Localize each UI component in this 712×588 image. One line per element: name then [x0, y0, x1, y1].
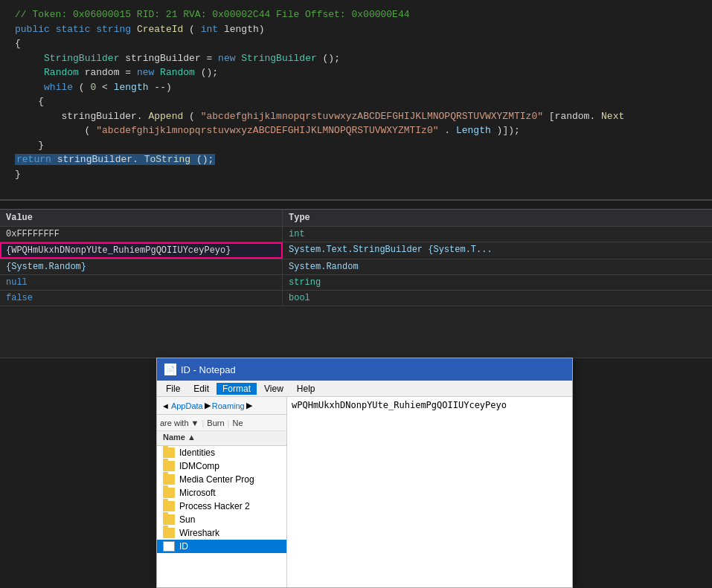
folder-icon — [163, 474, 175, 485]
share-with-btn[interactable]: are with ▼ — [160, 419, 199, 427]
folder-microsoft[interactable]: Microsoft — [157, 486, 286, 500]
watch-value-cell: null — [0, 275, 283, 290]
watch-value-cell-highlighted: {WPQHmUkxhDNonpYUte_RuhiemPgQOIIUYceyPey… — [0, 242, 283, 259]
breadcrumb-roaming[interactable]: Roaming — [212, 401, 245, 410]
folder-icon — [163, 528, 175, 538]
folder-label: Identities — [179, 448, 215, 458]
explorer-items: Identities IDMComp Media Center Prog Mic… — [157, 446, 286, 587]
breadcrumb-appdata[interactable]: AppData — [171, 401, 203, 410]
watch-type-cell: System.Random — [283, 259, 712, 274]
code-line-5: stringBuilder. Append ( "abcdefghijklmno… — [15, 109, 697, 124]
file-icon — [163, 541, 175, 552]
new-btn[interactable]: Ne — [232, 419, 243, 427]
folder-label: IDMComp — [179, 461, 219, 471]
explorer-toolbar: are with ▼ | Burn | Ne — [157, 415, 286, 431]
explorer-col-header: Name ▲ — [157, 431, 286, 446]
watch-col-value-header: Value — [0, 210, 283, 226]
col-name-label: Name — [163, 433, 185, 442]
code-line-2: Random random = new Random (); — [15, 65, 697, 80]
col-sort-arrow: ▲ — [187, 433, 196, 442]
watch-col-type-header: Type — [283, 210, 712, 226]
watch-row: false bool — [0, 291, 712, 306]
breadcrumb-arrow: ◄ — [161, 401, 170, 410]
code-signature: public static string CreateId ( int leng… — [15, 22, 697, 37]
folder-label: Process Hacker 2 — [179, 501, 250, 511]
explorer-breadcrumb: ◄ AppData ▶ Roaming ▶ — [157, 397, 286, 415]
separator — [0, 201, 712, 210]
watch-column-headers: Value Type — [0, 210, 712, 227]
watch-row-highlighted: {WPQHmUkxhDNonpYUte_RuhiemPgQOIIUYceyPey… — [0, 242, 712, 259]
watch-type-cell: bool — [283, 291, 712, 306]
folder-sun[interactable]: Sun — [157, 513, 286, 526]
folder-idmcomp[interactable]: IDMComp — [157, 459, 286, 473]
menu-help[interactable]: Help — [291, 383, 321, 395]
toolbar-sep: | — [202, 419, 204, 427]
watch-type-cell: string — [283, 275, 712, 290]
notepad-title: ID - Notepad — [181, 364, 236, 375]
explorer-panel: ◄ AppData ▶ Roaming ▶ are with ▼ | Burn … — [157, 397, 287, 587]
folder-icon — [163, 448, 175, 458]
folder-icon — [163, 488, 175, 498]
folder-label: Microsoft — [179, 488, 216, 498]
toolbar-sep2: | — [228, 419, 230, 427]
watch-value-cell: {System.Random} — [0, 259, 283, 274]
code-open-brace: { — [15, 36, 697, 51]
watch-value-cell: false — [0, 291, 283, 306]
code-editor: // Token: 0x06000015 RID: 21 RVA: 0x0000… — [0, 0, 712, 201]
notepad-icon: 📄 — [164, 364, 176, 375]
notepad-titlebar: 📄 ID - Notepad — [157, 358, 572, 381]
code-line-4: { — [15, 94, 697, 109]
watch-type-cell-builder: System.Text.StringBuilder {System.T... — [283, 242, 712, 259]
notepad-text: wPQHmUkxhDNonpYUte_RuhiemPgQOIIUYceyPeyo — [292, 400, 507, 410]
notepad-menubar: File Edit Format View Help — [157, 381, 572, 397]
menu-format[interactable]: Format — [217, 383, 257, 395]
folder-icon — [163, 501, 175, 511]
folder-identities[interactable]: Identities — [157, 446, 286, 459]
folder-icon — [163, 461, 175, 471]
folder-label: Media Center Prog — [179, 474, 254, 485]
breadcrumb-sep: ▶ — [205, 401, 211, 410]
folder-mediacenter[interactable]: Media Center Prog — [157, 473, 286, 486]
folder-label: ID — [179, 541, 188, 552]
watch-row: null string — [0, 275, 712, 291]
folder-processhacker[interactable]: Process Hacker 2 — [157, 500, 286, 513]
watch-row: 0xFFFFFFFF int — [0, 227, 712, 242]
burn-btn[interactable]: Burn — [207, 419, 224, 427]
watch-value-cell: 0xFFFFFFFF — [0, 227, 283, 242]
code-comment: // Token: 0x06000015 RID: 21 RVA: 0x0000… — [15, 7, 697, 22]
menu-file[interactable]: File — [160, 383, 186, 395]
code-line-6: ( "abcdefghijklmnopqrstuvwxyzABCDEFGHIJK… — [15, 123, 697, 138]
notepad-text-area[interactable]: wPQHmUkxhDNonpYUte_RuhiemPgQOIIUYceyPeyo — [287, 397, 572, 587]
watch-panel: Value Type 0xFFFFFFFF int {WPQHmUkxhDNon… — [0, 210, 712, 358]
folder-id[interactable]: ID — [157, 540, 286, 553]
breadcrumb-sep2: ▶ — [246, 401, 252, 410]
content-area: ◄ AppData ▶ Roaming ▶ are with ▼ | Burn … — [157, 397, 572, 587]
code-line-3: while ( 0 < length --) — [15, 80, 697, 95]
code-return-line: return stringBuilder. ToString (); — [15, 152, 697, 167]
windows-overlay: 📄 ID - Notepad File Edit Format View Hel… — [156, 358, 573, 588]
menu-view[interactable]: View — [258, 383, 289, 395]
watch-row: {System.Random} System.Random — [0, 259, 712, 275]
folder-wireshark[interactable]: Wireshark — [157, 526, 286, 540]
code-line-7: } — [15, 138, 697, 153]
folder-label: Sun — [179, 514, 195, 525]
menu-edit[interactable]: Edit — [187, 383, 215, 395]
code-line-1: StringBuilder stringBuilder = new String… — [15, 51, 697, 66]
watch-type-cell: int — [283, 227, 712, 242]
code-close-brace: } — [15, 167, 697, 182]
folder-icon — [163, 514, 175, 525]
folder-label: Wireshark — [179, 528, 219, 538]
